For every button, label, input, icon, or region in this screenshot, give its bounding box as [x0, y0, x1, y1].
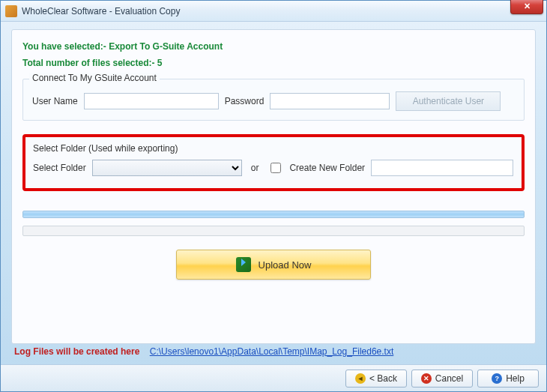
- app-icon: [5, 5, 17, 17]
- window-title: WholeClear Software - Evaluation Copy: [22, 6, 180, 16]
- username-input[interactable]: [84, 93, 219, 109]
- cancel-label: Cancel: [435, 373, 463, 384]
- help-icon: ?: [492, 373, 502, 384]
- upload-label: Upload Now: [259, 259, 312, 271]
- progress-strip: [22, 211, 525, 218]
- selected-export-line: You have selected:- Export To G-Suite Ac…: [22, 41, 525, 52]
- cancel-button[interactable]: ✕ Cancel: [411, 370, 473, 388]
- total-files-line: Total number of files selected:- 5: [22, 58, 525, 68]
- password-input[interactable]: [270, 93, 390, 109]
- select-folder-row: Select Folder or Create New Folder: [33, 160, 514, 176]
- close-icon: ✕: [524, 1, 531, 11]
- create-folder-checkbox[interactable]: [271, 163, 281, 173]
- help-button[interactable]: ? Help: [477, 370, 539, 388]
- select-folder-legend: Select Folder (Used while exporting): [33, 143, 514, 154]
- create-folder-label: Create New Folder: [289, 163, 365, 173]
- help-label: Help: [506, 373, 525, 384]
- select-folder-combo[interactable]: [92, 160, 242, 176]
- connect-legend: Connect To My GSuite Account: [29, 73, 160, 83]
- back-icon: ◄: [355, 373, 366, 384]
- authenticate-button[interactable]: Authenticate User: [396, 91, 501, 111]
- log-path-link[interactable]: C:\Users\lenovo1\AppData\Local\Temp\IMap…: [150, 346, 394, 357]
- new-folder-input[interactable]: [371, 160, 513, 176]
- progress-bar: [22, 226, 525, 236]
- titlebar: WholeClear Software - Evaluation Copy ✕: [1, 1, 546, 22]
- footer-bar: ◄ < Back ✕ Cancel ? Help: [1, 364, 546, 391]
- connect-row: User Name Password Authenticate User: [32, 91, 515, 111]
- log-line: Log Files will be created here C:\Users\…: [14, 346, 393, 357]
- back-button[interactable]: ◄ < Back: [345, 370, 407, 388]
- connect-groupbox: Connect To My GSuite Account User Name P…: [22, 79, 525, 121]
- back-label: < Back: [369, 373, 397, 384]
- content-panel: You have selected:- Export To G-Suite Ac…: [11, 29, 536, 344]
- upload-icon: [236, 257, 251, 272]
- username-label: User Name: [32, 96, 78, 106]
- password-label: Password: [225, 96, 265, 106]
- select-folder-label: Select Folder: [33, 163, 86, 173]
- app-window: WholeClear Software - Evaluation Copy ✕ …: [0, 0, 547, 392]
- close-button[interactable]: ✕: [510, 0, 543, 14]
- select-folder-group: Select Folder (Used while exporting) Sel…: [22, 134, 525, 191]
- upload-button[interactable]: Upload Now: [176, 250, 371, 280]
- log-label: Log Files will be created here: [14, 346, 139, 357]
- cancel-icon: ✕: [421, 373, 432, 384]
- or-text: or: [251, 163, 259, 173]
